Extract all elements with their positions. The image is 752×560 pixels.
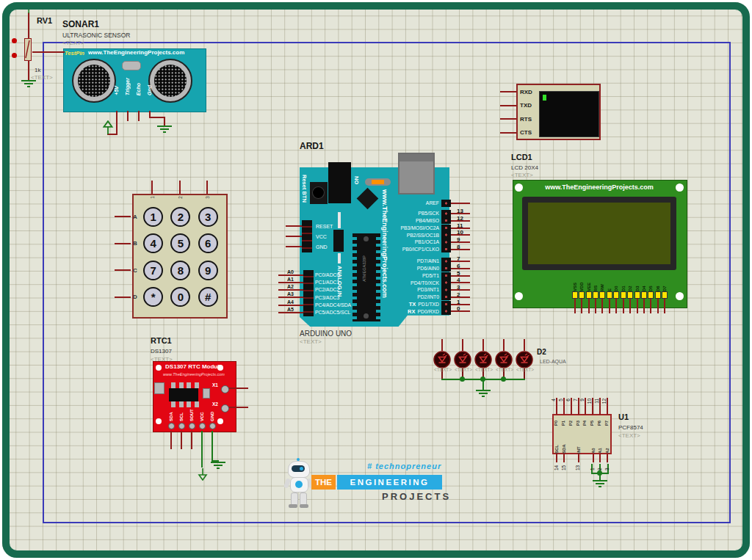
- pot-text-placeholder: <TEXT>: [31, 74, 53, 81]
- lcd-pin-pad: [641, 291, 647, 299]
- arduino-power-pin-row: GND: [286, 241, 333, 252]
- lcd-pins: VSS VDD VEE RS RW E D0 D1: [571, 269, 668, 313]
- sonar-transmitter: [72, 59, 116, 103]
- terminal-cursor: [543, 95, 546, 101]
- keypad-key[interactable]: 9: [198, 261, 218, 280]
- led[interactable]: [516, 339, 533, 368]
- keypad-key-cell: 1: [140, 203, 167, 230]
- arduino-header-pin: [441, 308, 451, 315]
- potentiometer-body[interactable]: [24, 38, 32, 61]
- wire: [179, 181, 181, 194]
- arduino-analog-ext-label: A0: [287, 269, 294, 274]
- led[interactable]: [454, 339, 471, 368]
- sonar-receiver: [148, 59, 192, 103]
- keypad-key[interactable]: *: [143, 287, 163, 307]
- u1-ref: U1: [618, 412, 629, 421]
- keypad-key[interactable]: 6: [198, 233, 218, 253]
- arduino-pin-label: PB4/MISO: [416, 218, 439, 223]
- logo-the-badge: THE: [311, 475, 336, 490]
- arduino-digital-pin-row: PB2/SS/OC1B 10: [330, 231, 470, 239]
- terminal-pin-row: RXD: [500, 85, 532, 99]
- lcd-pin-pad: [572, 291, 578, 299]
- led[interactable]: [433, 339, 451, 368]
- keypad-row-label: B: [133, 240, 137, 247]
- arduino-header-pin: [441, 279, 451, 286]
- arduino-pin-number: 12: [457, 215, 463, 222]
- wire: [28, 12, 29, 38]
- ground-icon: [21, 80, 37, 89]
- u1-port-label: P5: [590, 421, 594, 426]
- u1-pin-number: 13: [576, 462, 581, 470]
- wire: 7: [451, 258, 470, 265]
- keypad-key[interactable]: 5: [170, 233, 190, 253]
- u1-pin-number: 14: [554, 462, 560, 470]
- keypad-key[interactable]: 8: [170, 261, 190, 280]
- sonar-url: www.TheEngineeringProjects.com: [88, 49, 184, 56]
- wire: 6: [451, 265, 470, 272]
- arduino-analog-ext-label: A5: [287, 307, 294, 312]
- mounting-hole: [156, 418, 162, 424]
- lcd-pin: VEE: [585, 269, 592, 313]
- led-text-placeholder: <TEXT>: [474, 367, 494, 372]
- wire: [609, 299, 610, 313]
- keypad-key[interactable]: 4: [143, 233, 163, 253]
- keypad-key[interactable]: #: [198, 287, 218, 307]
- arduino-pin-label: PD4/T0/XCK: [411, 280, 439, 286]
- arduino-analog-ext-label: A1: [287, 277, 294, 282]
- arduino-digital-pin-row: PB1/OC1A 9: [330, 239, 470, 246]
- keypad-key[interactable]: 0: [170, 287, 190, 307]
- wire: 1: [451, 301, 470, 308]
- keypad-key[interactable]: 7: [143, 261, 163, 280]
- arduino-name: ARDUINO UNO: [300, 330, 352, 338]
- arduino-pin-label: PB3/MOSI/OC2A: [400, 225, 439, 230]
- led[interactable]: [495, 339, 513, 368]
- arduino-reset-button[interactable]: [310, 182, 328, 204]
- arduino-power-led: [365, 178, 391, 186]
- u1-pin-label: A1: [598, 434, 602, 454]
- wire: [599, 454, 601, 462]
- rtc-pin-label: GND: [210, 405, 214, 421]
- u1-pin: SDA 15: [560, 434, 568, 470]
- keypad-key[interactable]: 3: [198, 207, 218, 227]
- lcd-pin-label: D7: [662, 269, 667, 291]
- led-icon: [474, 351, 492, 368]
- wire: [623, 299, 624, 313]
- u1-pin: A2 3: [604, 434, 611, 470]
- u1-pin-number: 6: [566, 399, 571, 401]
- lcd-pin-label: D2: [628, 269, 632, 291]
- arduino-analog-ext-label: A3: [287, 291, 294, 297]
- arduino-pin-label: PD7/AIN1: [417, 258, 439, 263]
- rtc-text-placeholder: <TEXT>: [151, 356, 173, 363]
- wire: 5: [451, 272, 470, 280]
- u1-pin-number: 7: [574, 399, 579, 401]
- lcd-pin: D3: [634, 269, 640, 313]
- keypad-row-labels: A B C D: [115, 203, 137, 310]
- mounting-hole: [676, 292, 684, 300]
- lcd-pin: D7: [661, 269, 668, 313]
- rtc-pin-label: VCC: [200, 405, 204, 421]
- rtc-component: [203, 388, 210, 399]
- u1-pin: 12 P7: [604, 398, 611, 426]
- keypad-key[interactable]: 1: [143, 207, 163, 227]
- rtc-ref: RTC1: [151, 336, 172, 345]
- terminal-pin-row: RTS: [500, 112, 532, 126]
- u1-pin: A0 1: [590, 434, 597, 470]
- arduino-pin-label: PB0/ICP1/CLKO: [402, 247, 439, 252]
- keypad-key[interactable]: 2: [170, 207, 190, 227]
- lcd-pin-pad: [648, 291, 654, 299]
- u1-part: PCF8574: [618, 424, 643, 431]
- lcd-pin-pad: [655, 291, 661, 299]
- arduino-header-pin: [441, 301, 451, 308]
- lcd-pin-pad: [579, 291, 585, 299]
- keypad-row: A: [115, 203, 137, 230]
- wire: [115, 269, 131, 271]
- wire: 9: [451, 239, 470, 246]
- arduino-pin-number: 8: [457, 244, 460, 250]
- wire: 3: [451, 286, 470, 294]
- logo-engineering-badge: ENGINEERING: [337, 475, 442, 490]
- lcd-pin-pad: [627, 291, 633, 299]
- lcd-pin-label: E: [607, 269, 612, 291]
- arduino-pin-number: 7: [457, 255, 460, 262]
- wire: 4: [451, 279, 470, 286]
- led[interactable]: [474, 339, 492, 368]
